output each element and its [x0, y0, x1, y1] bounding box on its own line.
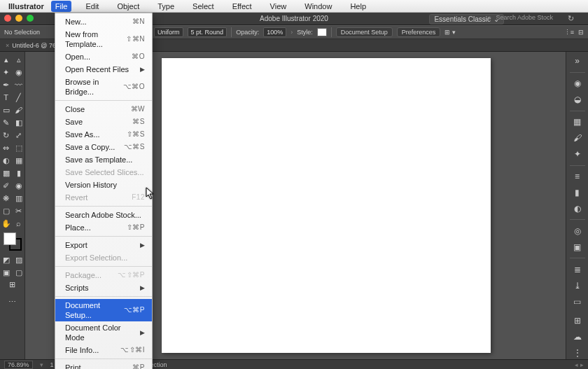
scale-tool-icon[interactable]: ⤢: [13, 130, 24, 141]
gradient-tool-icon[interactable]: ▮: [13, 167, 24, 179]
fill-stroke-control[interactable]: [4, 232, 22, 251]
arrange-icon[interactable]: ⊟: [578, 29, 584, 36]
menu-item-save-as-template[interactable]: Save as Template...: [55, 153, 152, 166]
menu-item-scripts[interactable]: Scripts▶: [55, 281, 152, 294]
lasso-tool-icon[interactable]: ◉: [13, 67, 24, 78]
swatches-panel-icon[interactable]: ▦: [570, 116, 585, 129]
color-panel-icon[interactable]: ◉: [570, 77, 585, 90]
menu-item-close[interactable]: Close⌘W: [55, 103, 152, 116]
rotate-view[interactable]: 1: [50, 361, 54, 368]
align-icon[interactable]: ⊞ ▾: [444, 29, 456, 36]
menu-item-save[interactable]: Save⌘S: [55, 116, 152, 128]
appearance-panel-icon[interactable]: ◎: [570, 224, 585, 237]
menu-window[interactable]: Window: [300, 1, 336, 12]
document-setup-button[interactable]: Document Setup: [336, 27, 393, 37]
properties-panel-icon[interactable]: ⊞: [570, 314, 585, 327]
menu-item-export[interactable]: Export▶: [55, 239, 152, 251]
menu-item-open[interactable]: Open...⌘O: [55, 50, 152, 63]
type-tool-icon[interactable]: T: [0, 92, 12, 104]
menu-item-search-adobe-stock[interactable]: Search Adobe Stock...: [55, 209, 152, 221]
menu-item-new[interactable]: New...⌘N: [55, 15, 152, 28]
menu-object[interactable]: Object: [113, 1, 144, 12]
perspective-tool-icon[interactable]: ▦: [13, 155, 24, 167]
selection-tool-icon[interactable]: ▴: [0, 54, 12, 66]
panel-menu-icon[interactable]: »: [570, 55, 585, 68]
eyedropper-tool-icon[interactable]: ✐: [0, 180, 12, 192]
css-panel-icon[interactable]: ⋮: [570, 346, 585, 359]
rectangle-tool-icon[interactable]: ▭: [0, 104, 12, 116]
libraries-panel-icon[interactable]: ☁: [570, 330, 585, 343]
paintbrush-tool-icon[interactable]: 🖌: [13, 104, 24, 116]
curvature-tool-icon[interactable]: 〰: [13, 79, 24, 91]
symbol-sprayer-tool-icon[interactable]: ❋: [0, 193, 12, 204]
minimize-window-icon[interactable]: [15, 15, 22, 22]
menu-item-document-setup[interactable]: Document Setup...⌥⌘P: [55, 299, 152, 321]
symbols-panel-icon[interactable]: ✦: [570, 148, 585, 161]
menu-help[interactable]: Help: [346, 1, 370, 12]
fill-color-icon[interactable]: [4, 232, 16, 245]
graph-tool-icon[interactable]: ▥: [13, 193, 24, 204]
brush-select[interactable]: 5 pt. Round: [188, 27, 227, 37]
menu-item-browse-in-bridge[interactable]: Browse in Bridge...⌥⌘O: [55, 76, 152, 98]
artboards-panel-icon[interactable]: ▭: [570, 295, 585, 308]
menu-item-document-color-mode[interactable]: Document Color Mode▶: [55, 321, 152, 344]
stroke-profile-select[interactable]: Uniform: [154, 27, 183, 37]
pen-tool-icon[interactable]: ✒: [0, 79, 12, 91]
direct-selection-tool-icon[interactable]: ▵: [13, 54, 24, 66]
line-tool-icon[interactable]: ╱: [13, 92, 24, 104]
panel-toggle-icon[interactable]: ⋮≡: [564, 29, 574, 36]
stock-search[interactable]: ⌕ Search Adobe Stock: [487, 13, 553, 21]
shape-builder-tool-icon[interactable]: ◐: [0, 155, 12, 167]
draw-behind-icon[interactable]: ▢: [13, 267, 24, 279]
menu-item-print[interactable]: Print...⌘P: [55, 361, 152, 369]
gradient-panel-icon[interactable]: ▮: [570, 186, 585, 199]
gradient-mode-icon[interactable]: ▨: [13, 254, 24, 266]
maximize-window-icon[interactable]: [27, 15, 34, 22]
stroke-panel-icon[interactable]: ≡: [570, 169, 585, 183]
style-swatch[interactable]: [317, 28, 327, 36]
menu-item-place[interactable]: Place...⇧⌘P: [55, 221, 152, 234]
draw-normal-icon[interactable]: ▣: [0, 267, 12, 279]
color-guide-panel-icon[interactable]: ◒: [570, 93, 585, 106]
artboard[interactable]: [162, 58, 491, 353]
menu-edit[interactable]: Edit: [81, 1, 103, 12]
menu-item-save-as[interactable]: Save As...⇧⌘S: [55, 128, 152, 141]
hand-tool-icon[interactable]: ✋: [0, 218, 12, 230]
color-mode-icon[interactable]: ◩: [0, 254, 12, 266]
menu-file[interactable]: File: [51, 1, 72, 12]
brushes-panel-icon[interactable]: 🖌: [570, 132, 585, 145]
opacity-input[interactable]: 100%: [263, 27, 286, 37]
shaper-tool-icon[interactable]: ✎: [0, 117, 12, 129]
slice-tool-icon[interactable]: ✂: [13, 205, 24, 217]
rotate-tool-icon[interactable]: ↻: [0, 130, 12, 141]
menu-item-save-a-copy[interactable]: Save a Copy...⌥⌘S: [55, 141, 152, 153]
menu-item-label: Save Selected Slices...: [65, 167, 144, 177]
artboard-tool-icon[interactable]: ▢: [0, 205, 12, 217]
menu-item-open-recent-files[interactable]: Open Recent Files▶: [55, 63, 152, 76]
blend-tool-icon[interactable]: ◉: [13, 180, 24, 192]
menu-item-version-history[interactable]: Version History: [55, 179, 152, 191]
graphic-styles-panel-icon[interactable]: ▣: [570, 240, 585, 253]
close-window-icon[interactable]: [4, 15, 11, 22]
menu-type[interactable]: Type: [153, 1, 178, 12]
eraser-tool-icon[interactable]: ◧: [13, 117, 24, 129]
close-tab-icon[interactable]: ×: [6, 42, 9, 49]
menu-item-new-from-template[interactable]: New from Template...⇧⌘N: [55, 28, 152, 50]
sync-icon[interactable]: ↻: [568, 14, 574, 23]
screen-mode-icon[interactable]: ⊞: [1, 279, 24, 291]
mesh-tool-icon[interactable]: ▩: [0, 167, 12, 179]
width-tool-icon[interactable]: ⇔: [0, 142, 12, 154]
edit-toolbar-icon[interactable]: ⋯: [1, 296, 24, 308]
free-transform-tool-icon[interactable]: ⬚: [13, 142, 24, 154]
menu-item-file-info[interactable]: File Info...⌥⇧⌘I: [55, 344, 152, 356]
menu-view[interactable]: View: [266, 1, 291, 12]
zoom-tool-icon[interactable]: ⌕: [13, 218, 24, 230]
menu-select[interactable]: Select: [188, 1, 218, 12]
asset-export-panel-icon[interactable]: ⤓: [570, 279, 585, 292]
preferences-button[interactable]: Preferences: [397, 27, 441, 37]
transparency-panel-icon[interactable]: ◐: [570, 202, 585, 215]
layers-panel-icon[interactable]: ≣: [570, 263, 585, 276]
menu-effect[interactable]: Effect: [228, 1, 256, 12]
zoom-level[interactable]: 76.89%: [4, 361, 33, 369]
magic-wand-tool-icon[interactable]: ✦: [0, 67, 12, 78]
